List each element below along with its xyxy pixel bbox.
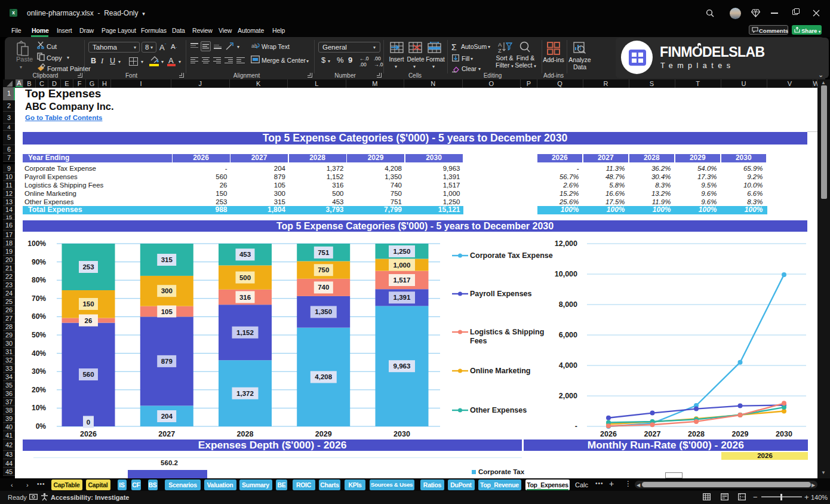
svg-text:4,000: 4,000 [559, 361, 577, 370]
svg-text:453: 453 [239, 251, 251, 258]
svg-text:740: 740 [318, 284, 329, 291]
svg-text:204: 204 [161, 413, 173, 420]
svg-text:560: 560 [82, 371, 94, 378]
svg-text:2030: 2030 [776, 430, 792, 438]
svg-text:315: 315 [161, 256, 173, 263]
svg-text:8,000: 8,000 [559, 300, 577, 309]
svg-text:150: 150 [82, 300, 94, 308]
svg-text:70%: 70% [32, 294, 46, 303]
svg-text:1,391: 1,391 [394, 294, 411, 301]
svg-text:6,000: 6,000 [559, 331, 577, 339]
svg-text:751: 751 [318, 249, 330, 256]
svg-text:2027: 2027 [158, 430, 175, 438]
svg-text:1,000: 1,000 [394, 262, 411, 269]
svg-text:10%: 10% [32, 404, 46, 412]
svg-text:500: 500 [239, 274, 251, 281]
svg-text:4,208: 4,208 [315, 373, 332, 380]
svg-text:40%: 40% [32, 349, 46, 358]
svg-text:2028: 2028 [688, 430, 705, 438]
svg-text:26: 26 [85, 317, 93, 324]
svg-text:100%: 100% [27, 239, 46, 248]
svg-text:316: 316 [239, 294, 251, 301]
svg-text:1,372: 1,372 [236, 390, 254, 397]
svg-text:879: 879 [161, 358, 173, 365]
svg-text:1,517: 1,517 [394, 276, 411, 284]
svg-text:Other Expenses: Other Expenses [470, 406, 527, 414]
svg-text:Logistics & Shipping: Logistics & Shipping [470, 328, 544, 336]
svg-text:0%: 0% [36, 422, 47, 431]
svg-text:Online Marketing: Online Marketing [470, 367, 530, 375]
svg-text:2027: 2027 [644, 430, 661, 438]
svg-text:1,250: 1,250 [394, 248, 411, 255]
svg-text:2028: 2028 [237, 430, 254, 438]
svg-text:105: 105 [161, 308, 173, 315]
svg-text:2030: 2030 [394, 430, 410, 438]
svg-text:50%: 50% [32, 331, 46, 339]
svg-text:Payroll Expenses: Payroll Expenses [470, 290, 532, 298]
svg-text:9,963: 9,963 [394, 362, 411, 370]
svg-text:2026: 2026 [600, 430, 617, 438]
svg-text:1,350: 1,350 [315, 308, 332, 315]
svg-text:90%: 90% [32, 258, 46, 266]
svg-text:1,152: 1,152 [236, 329, 254, 336]
svg-text:0: 0 [87, 419, 90, 426]
svg-text:253: 253 [82, 263, 94, 271]
svg-text:300: 300 [161, 287, 173, 294]
svg-text:10,000: 10,000 [555, 270, 577, 278]
svg-text:-: - [575, 422, 577, 431]
svg-text:30%: 30% [32, 367, 46, 376]
svg-text:60%: 60% [32, 312, 46, 321]
svg-text:2026: 2026 [80, 430, 97, 438]
svg-text:80%: 80% [32, 276, 46, 284]
svg-text:2029: 2029 [315, 430, 332, 438]
svg-text:2,000: 2,000 [559, 392, 577, 400]
svg-text:Fees: Fees [470, 337, 487, 345]
svg-text:2029: 2029 [732, 430, 749, 438]
svg-text:20%: 20% [32, 386, 46, 394]
svg-text:Corporate Tax Expense: Corporate Tax Expense [470, 251, 553, 260]
svg-text:750: 750 [318, 266, 329, 273]
svg-text:12,000: 12,000 [555, 239, 577, 248]
